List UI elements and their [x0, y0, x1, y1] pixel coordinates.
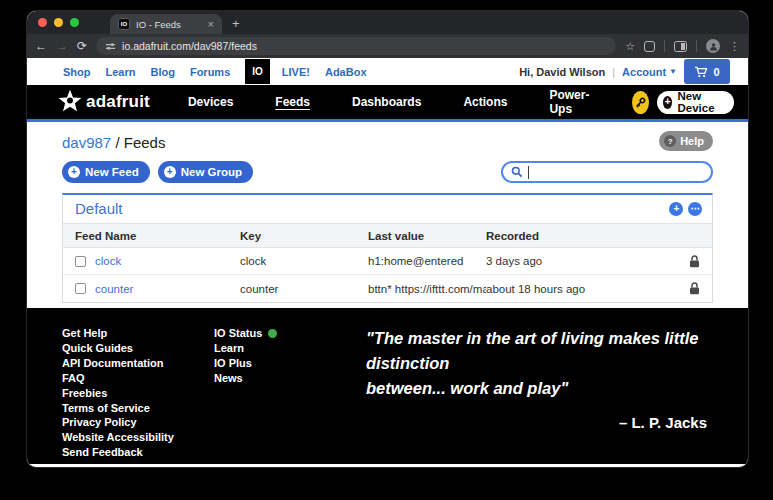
minimize-window-button[interactable] — [54, 18, 63, 27]
row-checkbox[interactable] — [75, 283, 86, 294]
help-button[interactable]: ? Help — [659, 131, 713, 151]
text-caret — [528, 166, 529, 179]
breadcrumb-separator: / — [111, 134, 124, 151]
profile-avatar[interactable] — [706, 39, 720, 53]
browser-tab[interactable]: IO IO - Feeds × — [110, 14, 222, 34]
footer-links-column-1: Get Help Quick Guides API Documentation … — [62, 326, 214, 464]
new-group-button[interactable]: + New Group — [158, 161, 253, 183]
search-input[interactable] — [534, 166, 703, 178]
plus-icon: + — [164, 166, 176, 178]
nav-item-feeds[interactable]: Feeds — [275, 95, 310, 109]
actions-row: + New Feed + New Group — [62, 161, 713, 183]
forward-button[interactable]: → — [56, 40, 68, 52]
feed-last-value: bttn* https://ifttt.com/map... — [368, 283, 486, 295]
footer-link-quick-guides[interactable]: Quick Guides — [62, 341, 214, 356]
new-feed-label: New Feed — [85, 166, 139, 178]
page-content: dav987 / Feeds ? Help + New Feed + New G… — [27, 122, 748, 308]
footer-link-freebies[interactable]: Freebies — [62, 386, 214, 401]
footer-link-get-help[interactable]: Get Help — [62, 326, 214, 341]
footer-link-faq[interactable]: FAQ — [62, 371, 214, 386]
footer-link-terms-of-service[interactable]: Terms of Service — [62, 401, 214, 416]
feed-key: clock — [240, 255, 368, 267]
feed-name-link[interactable]: counter — [95, 283, 133, 295]
header-divider: | — [612, 66, 615, 78]
column-header-recorded: Recorded — [486, 230, 674, 242]
table-header-row: Feed Name Key Last value Recorded — [63, 223, 712, 248]
header-link-adabox[interactable]: AdaBox — [325, 66, 367, 78]
footer-link-news[interactable]: News — [214, 371, 362, 386]
toolbar-divider — [664, 40, 665, 52]
cart-count: 0 — [713, 66, 719, 78]
site-info-icon[interactable] — [105, 41, 116, 52]
tab-close-icon[interactable]: × — [208, 19, 214, 30]
column-header-last-value: Last value — [368, 230, 486, 242]
browser-menu-icon[interactable]: ⋮ — [729, 41, 740, 52]
new-feed-button[interactable]: + New Feed — [62, 161, 150, 183]
lock-icon — [689, 255, 700, 268]
group-header-actions: + ⋯ — [669, 202, 702, 216]
row-checkbox[interactable] — [75, 256, 86, 267]
address-bar[interactable]: io.adafruit.com/dav987/feeds — [96, 37, 616, 55]
close-window-button[interactable] — [38, 18, 47, 27]
feed-last-value: h1:home@entered — [368, 255, 486, 267]
group-more-icon[interactable]: ⋯ — [688, 202, 702, 216]
breadcrumb-user-link[interactable]: dav987 — [62, 134, 111, 151]
header-link-live[interactable]: LIVE! — [282, 66, 310, 78]
nav-item-actions[interactable]: Actions — [463, 95, 507, 109]
footer-link-api-documentation[interactable]: API Documentation — [62, 356, 214, 371]
cart-button[interactable]: 0 — [684, 59, 730, 84]
key-icon — [634, 96, 647, 109]
new-device-button[interactable]: + New Device — [657, 91, 734, 114]
footer-links-column-2: IO Status Learn IO Plus News — [214, 326, 362, 464]
quote-line-1: "The master in the art of living makes l… — [366, 326, 713, 376]
footer-link-send-feedback[interactable]: Send Feedback — [62, 445, 214, 460]
cart-icon — [694, 66, 708, 78]
header-link-shop[interactable]: Shop — [63, 66, 91, 78]
footer-quote: "The master in the art of living makes l… — [362, 326, 713, 464]
back-button[interactable]: ← — [35, 40, 47, 52]
nav-item-dashboards[interactable]: Dashboards — [352, 95, 421, 109]
search-box[interactable] — [501, 161, 713, 183]
nav-item-powerups[interactable]: Power-Ups — [549, 88, 590, 116]
footer-link-io-plus[interactable]: IO Plus — [214, 356, 362, 371]
account-menu[interactable]: Account ▼ — [622, 66, 677, 78]
tab-strip: IO IO - Feeds × + — [27, 11, 748, 34]
bookmark-star-icon[interactable]: ☆ — [625, 41, 635, 52]
footer-link-io-status[interactable]: IO Status — [214, 326, 362, 341]
io-badge[interactable]: IO — [245, 59, 270, 84]
page-footer: Get Help Quick Guides API Documentation … — [27, 308, 748, 464]
browser-toolbar: ← → ⟳ io.adafruit.com/dav987/feeds ☆ ⋮ — [27, 34, 748, 58]
api-key-button[interactable] — [632, 91, 649, 114]
column-header-key: Key — [240, 230, 368, 242]
toolbar-divider — [696, 40, 697, 52]
adafruit-logo[interactable]: adafruit — [57, 89, 150, 115]
footer-link-privacy-policy[interactable]: Privacy Policy — [62, 415, 214, 430]
table-row: clock clock h1:home@entered 3 days ago — [63, 248, 712, 275]
zoom-window-button[interactable] — [70, 18, 79, 27]
breadcrumb: dav987 / Feeds — [62, 134, 713, 151]
feed-name-link[interactable]: clock — [95, 255, 121, 267]
status-dot — [268, 329, 277, 338]
column-header-feed-name: Feed Name — [75, 230, 240, 242]
footer-link-learn[interactable]: Learn — [214, 341, 362, 356]
new-tab-button[interactable]: + — [232, 16, 240, 31]
side-panel-icon[interactable] — [674, 41, 687, 52]
footer-link-website-accessibility[interactable]: Website Accessibility — [62, 430, 214, 445]
header-link-learn[interactable]: Learn — [106, 66, 136, 78]
nav-item-devices[interactable]: Devices — [188, 95, 233, 109]
table-row: counter counter bttn* https://ifttt.com/… — [63, 275, 712, 302]
header-link-blog[interactable]: Blog — [150, 66, 174, 78]
window-controls — [27, 11, 88, 34]
lock-icon — [689, 282, 700, 295]
plus-icon: + — [663, 96, 672, 109]
refresh-button[interactable]: ⟳ — [77, 40, 87, 52]
logo-star-icon — [57, 89, 83, 115]
chevron-down-icon: ▼ — [669, 67, 677, 76]
extensions-icon[interactable] — [644, 41, 655, 52]
breadcrumb-page: Feeds — [124, 134, 166, 151]
tab-title: IO - Feeds — [136, 19, 202, 30]
group-title[interactable]: Default — [75, 200, 123, 217]
add-feed-icon[interactable]: + — [669, 202, 683, 216]
help-label: Help — [680, 135, 704, 147]
header-link-forums[interactable]: Forums — [190, 66, 230, 78]
